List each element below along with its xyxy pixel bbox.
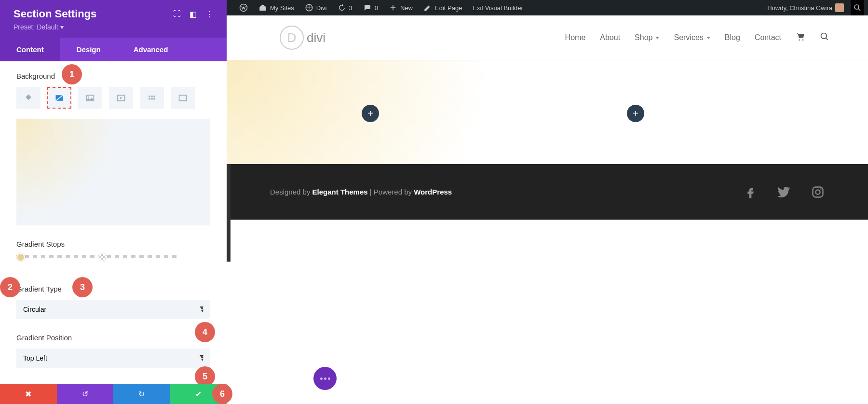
bg-mask-tab[interactable] [171,87,195,109]
updates-link[interactable]: 3 [334,0,356,15]
admin-search-button[interactable] [851,0,864,15]
new-link[interactable]: New [385,0,417,15]
nav-contact[interactable]: Contact [755,33,781,42]
exit-builder-link[interactable]: Exit Visual Builder [469,0,527,15]
site-name-label: Divi [316,4,327,12]
edit-page-link[interactable]: Edit Page [420,0,466,15]
site-preview: D divi Home About Shop Services Blog Con… [227,15,868,404]
svg-rect-9 [153,96,155,97]
svg-rect-7 [149,96,150,97]
annotation-badge-3: 3 [72,277,93,297]
annotation-badge-4: 4 [195,322,215,342]
account-link[interactable]: Howdy, Christina Gwira [763,0,848,15]
site-footer: Designed by Elegant Themes | Powered by … [227,164,868,220]
panel-tabs: Content Design Advanced [0,38,227,61]
bg-pattern-tab[interactable] [140,87,164,109]
svg-point-18 [815,190,820,194]
panel-footer: ✖ ↺ ↻ ✔ [0,384,227,404]
settings-panel: Section Settings ⛶ ◧ ⋮ Preset: Default ▾… [0,0,227,404]
exit-builder-label: Exit Visual Builder [473,4,523,12]
my-sites-link[interactable]: My Sites [255,0,298,15]
background-label: Background [16,72,210,80]
svg-point-2 [854,5,859,9]
redo-button[interactable]: ↻ [113,384,170,404]
gradient-type-select[interactable]: Circular▴▾ [16,300,210,319]
site-logo[interactable]: D divi [280,26,326,50]
gradient-track[interactable] [16,255,210,261]
tab-content[interactable]: Content [0,38,60,61]
builder-fab[interactable] [313,367,337,390]
instagram-icon[interactable] [811,185,825,199]
nav-blog[interactable]: Blog [725,33,740,42]
gradient-stop-2[interactable] [98,253,107,262]
panel-body: Background Gradient Stops Gradient Type … [0,61,227,384]
svg-point-15 [802,39,804,41]
gradient-type-label: Gradient Type [16,285,210,293]
dock-icon[interactable]: ◧ [190,10,197,19]
svg-rect-8 [151,96,152,97]
chevron-down-icon: ▾ [60,23,64,31]
search-icon[interactable] [820,32,829,43]
gradient-preview [16,119,210,225]
gradient-position-label: Gradient Position [16,334,210,342]
svg-rect-10 [149,98,150,99]
add-module-button[interactable]: + [627,105,644,122]
panel-header: Section Settings ⛶ ◧ ⋮ Preset: Default ▾ [0,0,227,38]
svg-point-5 [88,97,89,98]
comments-count: 0 [375,4,378,12]
edit-page-label: Edit Page [435,4,462,12]
logo-text: divi [307,30,326,45]
cancel-button[interactable]: ✖ [0,384,57,404]
my-sites-label: My Sites [270,4,294,12]
footer-credits: Designed by Elegant Themes | Powered by … [270,188,452,196]
annotation-badge-2: 2 [0,277,20,297]
wp-logo[interactable] [235,0,252,15]
tab-design[interactable]: Design [60,38,117,61]
tab-advanced[interactable]: Advanced [117,38,185,61]
site-header: D divi Home About Shop Services Blog Con… [227,15,868,60]
bg-color-tab[interactable] [16,87,41,109]
site-link[interactable]: Divi [301,0,331,15]
panel-title: Section Settings [14,8,96,20]
logo-mark: D [280,26,304,50]
twitter-icon[interactable] [777,185,791,199]
new-label: New [400,4,413,12]
footer-link-et[interactable]: Elegant Themes [312,188,368,196]
bg-video-tab[interactable] [109,87,133,109]
hero-section: + + [227,60,868,164]
greeting-label: Howdy, Christina Gwira [767,4,832,12]
updates-count: 3 [349,4,353,12]
gradient-stops-label: Gradient Stops [16,240,210,248]
svg-point-14 [799,39,800,41]
annotation-badge-1: 1 [62,64,82,84]
nav-services[interactable]: Services [674,33,710,42]
svg-point-19 [820,188,822,190]
bg-image-tab[interactable] [78,87,102,109]
svg-rect-11 [151,98,152,99]
footer-link-wp[interactable]: WordPress [414,188,452,196]
nav-home[interactable]: Home [565,33,586,42]
gradient-position-select[interactable]: Top Left▴▾ [16,348,210,368]
facebook-icon[interactable] [744,185,757,199]
chevron-down-icon [655,37,659,39]
main-nav: Home About Shop Services Blog Contact [565,32,829,43]
add-module-button[interactable]: + [362,105,379,122]
undo-button[interactable]: ↺ [57,384,114,404]
svg-point-16 [821,33,827,39]
preset-dropdown[interactable]: Preset: Default ▾ [14,23,213,38]
more-icon[interactable]: ⋮ [205,10,213,19]
nav-shop[interactable]: Shop [635,33,659,42]
cart-icon[interactable] [796,32,805,43]
nav-about[interactable]: About [600,33,620,42]
avatar [835,3,844,12]
comments-link[interactable]: 0 [359,0,382,15]
bg-gradient-tab[interactable] [47,87,71,109]
focus-icon[interactable]: ⛶ [173,10,181,19]
annotation-badge-5: 5 [195,366,215,384]
svg-rect-13 [179,95,187,101]
gradient-stop-1[interactable] [16,253,25,262]
svg-rect-12 [153,98,155,99]
chevron-down-icon [706,37,710,39]
